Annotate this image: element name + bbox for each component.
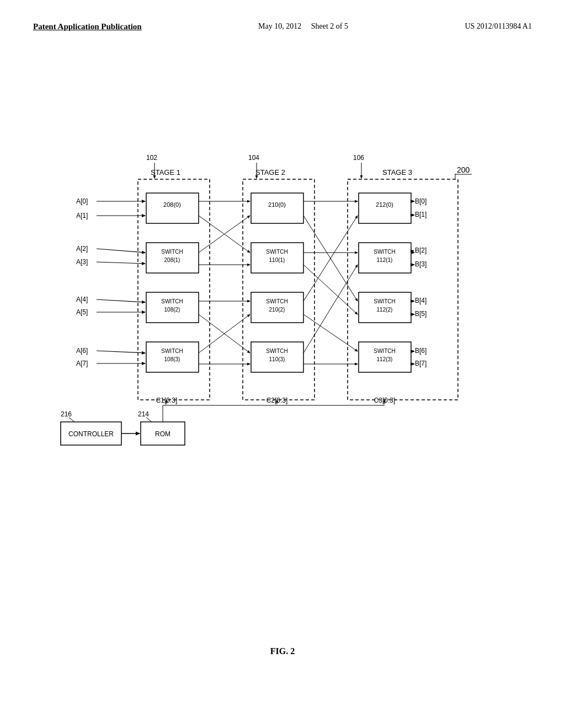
- svg-line-29: [97, 262, 145, 264]
- svg-text:212(0): 212(0): [376, 201, 393, 208]
- figure-caption: FIG. 2: [270, 646, 295, 656]
- svg-text:SWITCH: SWITCH: [266, 348, 287, 354]
- diagram-container: 200 STAGE 1 STAGE 2 STAGE 3 102 104 106 …: [44, 154, 519, 513]
- output-b5: B[5]: [415, 310, 427, 318]
- output-b3: B[3]: [415, 260, 427, 268]
- svg-text:210(2): 210(2): [269, 307, 285, 313]
- input-a6: A[6]: [76, 347, 88, 355]
- svg-line-32: [97, 351, 145, 353]
- header-left: Patent Application Publication: [33, 22, 142, 31]
- svg-text:108(3): 108(3): [164, 356, 180, 362]
- header-date: May 10, 2012: [258, 22, 301, 30]
- svg-text:208(0): 208(0): [163, 201, 181, 208]
- input-a4: A[4]: [76, 296, 88, 303]
- header-center: May 10, 2012 Sheet 2 of 5: [258, 22, 348, 31]
- svg-text:SWITCH: SWITCH: [266, 249, 287, 255]
- output-b4: B[4]: [415, 297, 427, 304]
- svg-line-56: [303, 265, 358, 353]
- stage2-ref: 104: [248, 154, 259, 162]
- ref-216: 216: [61, 410, 72, 418]
- svg-text:108(2): 108(2): [164, 307, 180, 313]
- svg-line-67: [69, 417, 74, 422]
- svg-line-68: [146, 417, 152, 422]
- input-a3: A[3]: [76, 258, 88, 266]
- svg-text:110(3): 110(3): [269, 356, 285, 362]
- header-right: US 2012/0113984 A1: [465, 22, 532, 31]
- svg-text:SWITCH: SWITCH: [161, 298, 183, 304]
- svg-text:112(2): 112(2): [377, 307, 393, 313]
- svg-text:SWITCH: SWITCH: [161, 348, 183, 354]
- svg-line-53: [303, 265, 358, 314]
- input-a2: A[2]: [76, 245, 88, 253]
- svg-text:210(0): 210(0): [268, 201, 286, 208]
- controller-label: CONTROLLER: [68, 430, 114, 438]
- input-a1: A[1]: [76, 212, 88, 220]
- output-b1: B[1]: [415, 211, 427, 218]
- stage3-ref: 106: [353, 154, 364, 162]
- input-a5: A[5]: [76, 308, 88, 316]
- svg-text:SWITCH: SWITCH: [266, 298, 287, 304]
- switch-212-0: [359, 193, 411, 223]
- svg-text:208(1): 208(1): [164, 257, 180, 263]
- header-sheet: Sheet 2 of 5: [311, 22, 348, 30]
- svg-text:112(3): 112(3): [377, 356, 393, 362]
- svg-text:SWITCH: SWITCH: [161, 249, 183, 255]
- svg-text:SWITCH: SWITCH: [374, 298, 395, 304]
- svg-text:SWITCH: SWITCH: [374, 249, 395, 255]
- page-header: Patent Application Publication May 10, 2…: [0, 0, 565, 31]
- figure-label: FIG. 2: [270, 646, 295, 656]
- ref-214: 214: [138, 410, 149, 418]
- ref-200: 200: [457, 165, 470, 174]
- svg-text:110(1): 110(1): [269, 257, 285, 263]
- input-a7: A[7]: [76, 360, 88, 367]
- stage3-label: STAGE 3: [382, 168, 412, 176]
- stage1-label: STAGE 1: [151, 168, 180, 176]
- switch-210-0: [251, 193, 303, 223]
- rom-label: ROM: [155, 430, 170, 438]
- svg-text:SWITCH: SWITCH: [374, 348, 395, 354]
- output-b6: B[6]: [415, 347, 427, 355]
- output-b2: B[2]: [415, 247, 427, 254]
- output-b0: B[0]: [415, 197, 427, 205]
- svg-text:112(1): 112(1): [377, 257, 393, 263]
- svg-line-55: [303, 314, 358, 351]
- output-b7: B[7]: [415, 360, 427, 367]
- diagram-svg: 200 STAGE 1 STAGE 2 STAGE 3 102 104 106 …: [44, 154, 519, 513]
- stage2-label: STAGE 2: [255, 168, 285, 176]
- stage1-ref: 102: [146, 154, 157, 162]
- input-a0: A[0]: [76, 197, 88, 205]
- switch-208-0: [146, 193, 199, 223]
